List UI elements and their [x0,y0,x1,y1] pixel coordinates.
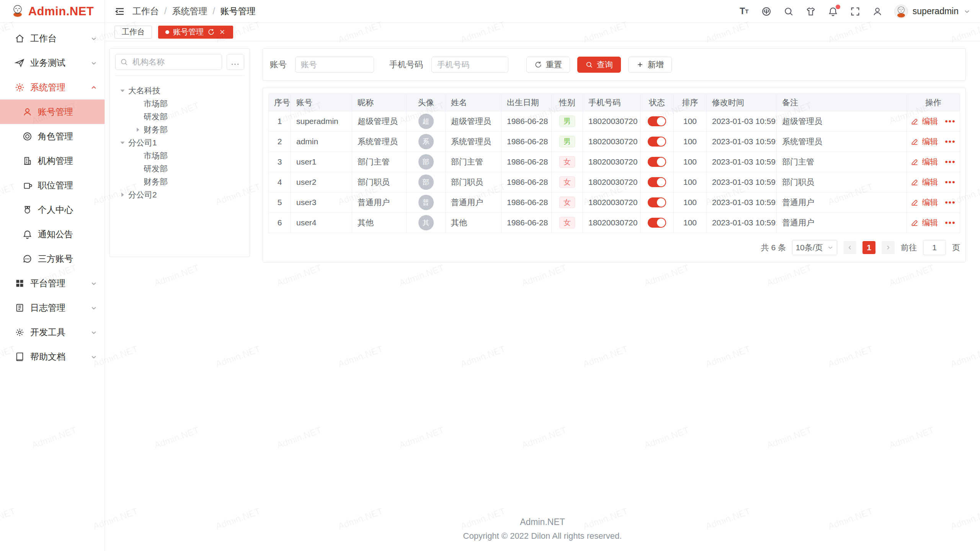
font-size-icon[interactable]: TT [739,6,750,17]
tree-node[interactable]: 研发部 [115,110,244,123]
close-icon[interactable] [219,28,226,36]
reset-button[interactable]: 重置 [526,57,570,73]
page-size-select[interactable]: 10条/页 [792,240,837,255]
building-icon [22,156,33,166]
sidebar-item-log-management[interactable]: 日志管理 [0,295,105,320]
language-icon[interactable] [761,6,772,17]
sidebar-item-notice-announcement[interactable]: 通知公告 [0,222,105,246]
caret-down-icon[interactable] [118,86,127,95]
avatar: 普 [418,195,434,210]
refresh-icon [534,61,542,68]
breadcrumb: 工作台 / 系统管理 / 账号管理 [132,5,256,17]
tree-node[interactable]: 市场部 [115,149,244,162]
notification-bell-icon[interactable] [828,6,838,17]
more-actions-button[interactable]: ••• [945,218,956,227]
breadcrumb-item[interactable]: 系统管理 [172,5,207,17]
active-tab-dot-icon [165,30,169,34]
sidebar-item-platform-management[interactable]: 平台管理 [0,271,105,295]
edit-button[interactable]: 编辑 [911,156,938,167]
breadcrumb-item[interactable]: 工作台 [132,5,159,17]
sidebar-menu: 工作台 业务测试 系统管理 账号管理 角色管理 [0,23,105,369]
more-actions-button[interactable]: ••• [945,157,956,166]
cell-phone: 18020030720 [583,152,640,172]
more-actions-button[interactable]: ••• [945,137,956,146]
tree-node[interactable]: 市场部 [115,97,244,110]
avatar: 部 [418,174,434,190]
status-toggle[interactable] [648,197,666,207]
avatar: 部 [418,154,434,170]
org-search-input[interactable] [115,54,222,70]
cell-remark: 部门主管 [777,152,907,172]
tree-node[interactable]: 分公司2 [115,188,244,201]
sidebar-item-account-management[interactable]: 账号管理 [0,99,105,124]
cell-index: 4 [269,172,291,192]
edit-button[interactable]: 编辑 [911,136,938,147]
tree-node[interactable]: 财务部 [115,123,244,136]
more-actions-button[interactable]: ••• [945,117,956,126]
sidebar-item-role-management[interactable]: 角色管理 [0,124,105,148]
search-icon [585,61,593,68]
cell-account: superadmin [291,111,352,132]
sidebar-item-profile-center[interactable]: 个人中心 [0,197,105,222]
status-toggle[interactable] [648,116,666,126]
more-actions-button[interactable]: ••• [945,178,956,187]
send-icon [15,58,25,68]
sidebar-item-org-management[interactable]: 机构管理 [0,148,105,173]
status-toggle[interactable] [648,157,666,167]
tree-node[interactable]: 大名科技 [115,84,244,97]
tabbar: 工作台 账号管理 [105,23,980,41]
page-number-button[interactable]: 1 [862,241,875,254]
journal-icon [15,303,25,313]
tree-node[interactable]: 财务部 [115,175,244,188]
sidebar-item-system-management[interactable]: 系统管理 [0,75,105,99]
edit-button[interactable]: 编辑 [911,217,938,228]
theme-shirt-icon[interactable] [805,6,816,17]
col-phone: 手机号码 [583,94,640,111]
goto-page-input[interactable] [923,240,946,255]
collapse-sidebar-icon[interactable] [114,6,126,17]
edit-icon [911,199,919,207]
sidebar-item-label: 三方账号 [38,253,98,265]
caret-right-icon[interactable] [118,191,127,199]
edit-button[interactable]: 编辑 [911,197,938,208]
col-index: 序号 [269,94,291,111]
status-toggle[interactable] [648,218,666,228]
status-toggle[interactable] [648,177,666,187]
sidebar-item-help-docs[interactable]: 帮助文档 [0,344,105,369]
table-row: 5 user3 普通用户 普 普通用户 1986-06-28 女 1802003… [269,192,960,213]
edit-button[interactable]: 编辑 [911,177,938,187]
add-button[interactable]: 新增 [628,57,672,73]
sidebar-item-business-test[interactable]: 业务测试 [0,51,105,75]
user-menu[interactable]: superadmin [894,5,971,18]
phone-filter-input[interactable] [431,57,508,73]
caret-down-icon[interactable] [118,139,127,147]
fullscreen-icon[interactable] [850,6,861,17]
sidebar-item-label: 职位管理 [38,179,98,191]
account-filter-input[interactable] [295,57,374,73]
edit-button-label: 编辑 [922,197,938,208]
edit-button[interactable]: 编辑 [911,116,938,127]
tab-account-management[interactable]: 账号管理 [158,26,233,39]
org-more-button[interactable]: ... [227,54,244,70]
caret-right-icon[interactable] [134,126,142,134]
search-icon[interactable] [783,6,794,17]
tab-workbench[interactable]: 工作台 [114,26,152,39]
sidebar-item-position-management[interactable]: 职位管理 [0,173,105,197]
prev-page-button[interactable] [843,241,856,254]
tree-node[interactable]: 分公司1 [115,136,244,149]
sidebar-item-dev-tools[interactable]: 开发工具 [0,320,105,344]
refresh-icon[interactable] [207,28,215,36]
table-row: 3 user1 部门主管 部 部门主管 1986-06-28 女 1802003… [269,152,960,172]
sidebar-item-thirdparty-account[interactable]: 三方账号 [0,246,105,271]
footer-title: Admin.NET [105,517,980,527]
cell-modified-time: 2023-01-03 10:59:44 [707,172,777,192]
status-toggle[interactable] [648,137,666,147]
next-page-button[interactable] [882,241,895,254]
more-actions-button[interactable]: ••• [945,198,956,207]
person-icon[interactable] [872,6,883,17]
sidebar-item-workbench[interactable]: 工作台 [0,26,105,51]
chat-icon [22,254,33,264]
logo[interactable]: Admin.NET [0,0,105,23]
search-button[interactable]: 查询 [577,57,621,73]
tree-node[interactable]: 研发部 [115,162,244,175]
